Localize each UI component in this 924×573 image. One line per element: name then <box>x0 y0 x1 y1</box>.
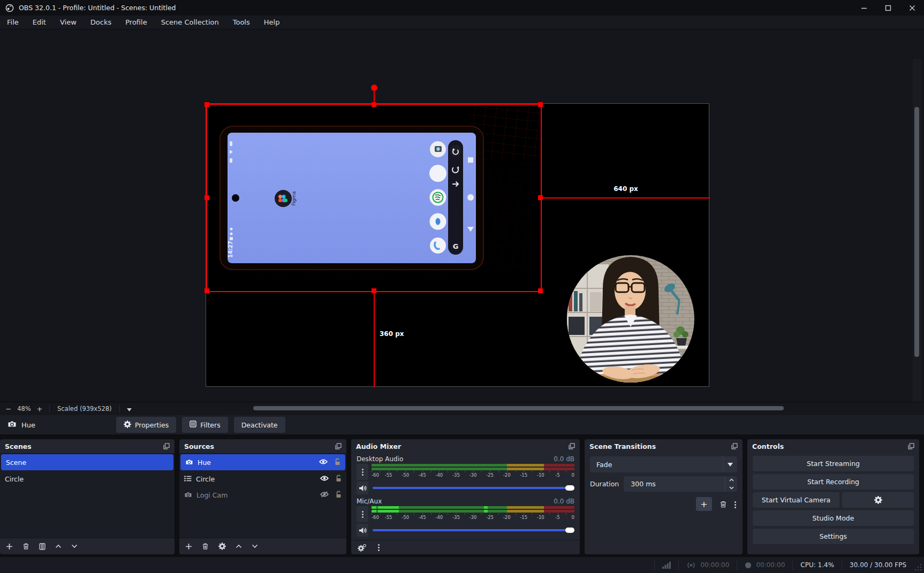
spacing-label-360: 360 px <box>380 330 404 338</box>
selection-handle-ml[interactable] <box>205 195 209 200</box>
zoom-out-button[interactable]: − <box>2 405 15 413</box>
scenes-popout-icon[interactable] <box>163 443 170 449</box>
duration-value: 300 ms <box>624 480 656 488</box>
rotation-handle[interactable] <box>371 85 377 91</box>
start-streaming-button[interactable]: Start Streaming <box>753 456 914 471</box>
zoom-dropdown-arrow[interactable] <box>123 405 136 413</box>
lock-open-icon[interactable] <box>336 475 342 484</box>
cpu-usage: CPU: 1.4% <box>792 560 842 570</box>
volume-slider-handle[interactable] <box>565 528 574 533</box>
visibility-eye-icon[interactable] <box>320 475 329 483</box>
scenes-list: Scene Circle <box>0 453 175 538</box>
mixer-popout-icon[interactable] <box>569 443 575 449</box>
selection-handle-br[interactable] <box>538 288 543 293</box>
selection-handle-bc[interactable] <box>372 288 376 293</box>
mixer-channel-desktop-audio: Desktop Audio 0.0 dB -60-55-50-45-40-35-… <box>357 455 574 494</box>
menu-view[interactable]: View <box>53 16 84 29</box>
menu-profile[interactable]: Profile <box>118 16 154 29</box>
close-button[interactable] <box>900 0 924 16</box>
menu-help[interactable]: Help <box>257 16 287 29</box>
selection-handle-tl[interactable] <box>205 102 209 107</box>
resize-grip[interactable] <box>915 564 922 571</box>
channel-menu-kebab[interactable] <box>357 506 368 522</box>
source-properties-button[interactable] <box>218 543 226 550</box>
add-source-button[interactable] <box>185 543 192 550</box>
studio-mode-button[interactable]: Studio Mode <box>753 510 914 526</box>
selection-handle-bl[interactable] <box>205 288 209 293</box>
deactivate-button[interactable]: Deactivate <box>234 417 285 433</box>
menu-file[interactable]: File <box>0 16 26 29</box>
source-move-up-button[interactable] <box>236 544 242 548</box>
remove-source-button[interactable] <box>202 543 209 550</box>
mute-speaker-button[interactable] <box>357 482 368 494</box>
scene-row-circle[interactable]: Circle <box>0 471 175 487</box>
transition-select[interactable]: Fade <box>590 456 737 472</box>
source-move-down-button[interactable] <box>252 544 258 548</box>
zoom-scaled-label[interactable]: Scaled (939x528) <box>53 405 116 412</box>
remove-transition-button[interactable] <box>719 500 727 508</box>
zoom-separator-2 <box>119 405 120 412</box>
add-scene-button[interactable] <box>6 543 13 550</box>
visibility-eye-off-icon[interactable] <box>320 491 329 499</box>
source-row-hue[interactable]: Hue <box>180 454 345 470</box>
camera-icon <box>185 459 193 467</box>
fps-value: 30.00 / 30.00 FPS <box>850 561 906 569</box>
sources-list: Hue Circle Logi Cam <box>179 453 346 538</box>
scene-move-down-button[interactable] <box>71 544 78 548</box>
obs-window: OBS 32.0.1 - Profile: Untitled - Scenes:… <box>0 0 924 573</box>
mute-speaker-button[interactable] <box>357 524 368 537</box>
channel-name: Mic/Aux <box>357 498 382 505</box>
properties-label: Properties <box>135 421 169 429</box>
channel-db: 0.0 dB <box>554 455 574 463</box>
menu-edit[interactable]: Edit <box>26 16 53 29</box>
selected-source-name: Hue <box>21 421 35 429</box>
scene-filters-button[interactable] <box>39 543 46 550</box>
scene-move-up-button[interactable] <box>55 544 62 548</box>
minimize-button[interactable] <box>852 0 876 16</box>
duration-increase-button[interactable] <box>725 476 737 484</box>
sources-panel: Sources Hue Circle <box>179 439 346 554</box>
volume-slider[interactable] <box>373 529 574 531</box>
volume-slider[interactable] <box>373 487 574 489</box>
lock-open-icon[interactable] <box>336 491 342 500</box>
menu-tools[interactable]: Tools <box>226 16 257 29</box>
zoom-in-button[interactable]: + <box>33 405 46 413</box>
source-row-logi-cam[interactable]: Logi Cam <box>179 487 346 503</box>
menu-docks[interactable]: Docks <box>84 16 118 29</box>
lock-open-icon[interactable] <box>335 458 340 467</box>
filters-icon <box>190 421 196 429</box>
fps-indicator: 30.00 / 30.00 FPS <box>842 560 914 570</box>
duration-decrease-button[interactable] <box>725 484 737 492</box>
sources-popout-icon[interactable] <box>335 443 342 449</box>
scene-row-scene[interactable]: Scene <box>1 454 173 470</box>
volume-slider-handle[interactable] <box>565 485 574 491</box>
remove-scene-button[interactable] <box>22 543 29 550</box>
menu-scene-collection[interactable]: Scene Collection <box>154 16 226 29</box>
controls-popout-icon[interactable] <box>908 443 914 449</box>
properties-button[interactable]: Properties <box>116 417 176 433</box>
channel-menu-kebab[interactable] <box>357 464 368 480</box>
start-virtual-camera-button[interactable]: Start Virtual Camera <box>753 492 839 508</box>
transitions-popout-icon[interactable] <box>731 443 738 449</box>
virtual-camera-settings-button[interactable] <box>842 492 914 508</box>
camera-icon <box>184 491 192 499</box>
stream-timer: 00:00:00 <box>678 560 737 570</box>
duration-spinbox[interactable]: 300 ms <box>624 476 737 492</box>
visibility-eye-icon[interactable] <box>319 459 328 467</box>
selection-handle-tr[interactable] <box>538 102 543 107</box>
vertical-scrollbar-thumb[interactable] <box>914 107 919 357</box>
selection-handle-mr[interactable] <box>538 195 543 200</box>
filters-button[interactable]: Filters <box>182 417 228 433</box>
maximize-button[interactable] <box>876 0 900 16</box>
duration-label: Duration <box>590 480 619 488</box>
selection-box[interactable] <box>206 104 542 292</box>
scene-transitions-title: Scene Transitions <box>589 442 656 450</box>
selection-handle-tc[interactable] <box>372 102 376 107</box>
add-transition-button[interactable]: + <box>696 497 712 511</box>
advanced-audio-gear-icon[interactable] <box>358 544 366 552</box>
horizontal-scrollbar-thumb[interactable] <box>253 406 784 410</box>
preview-canvas[interactable]: 14:27 Figma <box>206 103 709 387</box>
settings-button[interactable]: Settings <box>753 529 914 544</box>
start-recording-button[interactable]: Start Recording <box>753 474 914 490</box>
source-row-circle[interactable]: Circle <box>179 471 346 487</box>
